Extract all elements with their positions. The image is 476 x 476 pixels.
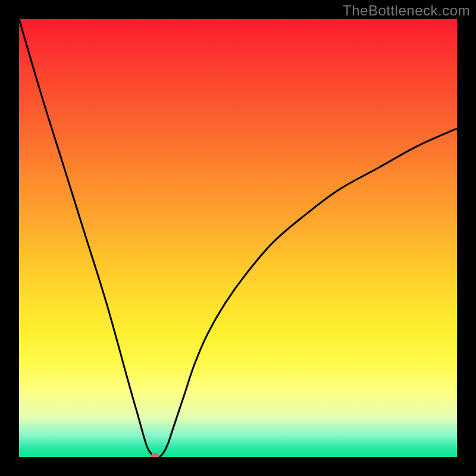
gradient-background <box>19 19 457 457</box>
chart-frame: TheBottleneck.com <box>0 0 476 476</box>
watermark-text: TheBottleneck.com <box>343 2 470 19</box>
plot-area <box>19 19 457 457</box>
